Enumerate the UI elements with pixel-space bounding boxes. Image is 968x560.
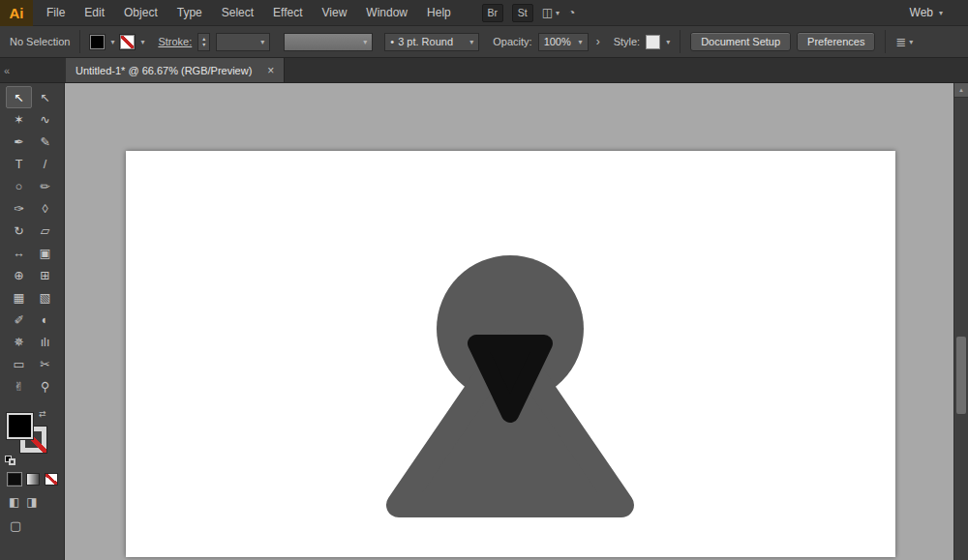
shaper-tool[interactable]: ✑ (6, 197, 32, 220)
eraser-tool[interactable]: ◊ (32, 197, 58, 220)
variable-width-profile-dropdown[interactable]: ▾ (284, 33, 373, 51)
toolbar-collapse-zone: « (0, 58, 66, 82)
divider (79, 30, 80, 53)
type-tool[interactable]: T (6, 153, 32, 175)
document-tab-bar: « Untitled-1* @ 66.67% (RGB/Preview) × (0, 58, 968, 83)
zoom-tool[interactable]: ⚲ (32, 375, 58, 398)
opacity-dropdown[interactable]: 100% ▾ (538, 33, 589, 51)
style-caret-icon[interactable]: ▾ (666, 38, 670, 46)
document-setup-button[interactable]: Document Setup (690, 32, 791, 51)
brush-definition-dropdown[interactable]: • 3 pt. Round ▾ (384, 33, 479, 51)
width-tool[interactable]: ↔ (6, 242, 32, 264)
artboard[interactable] (126, 151, 895, 557)
rotate-tool[interactable]: ↻ (6, 220, 32, 242)
brush-definition-value: 3 pt. Round (398, 36, 453, 47)
document-tab[interactable]: Untitled-1* @ 66.67% (RGB/Preview) × (66, 58, 285, 82)
scrollbar-thumb[interactable] (956, 337, 966, 414)
opacity-label: Opacity: (493, 36, 531, 47)
lasso-tool[interactable]: ∿ (32, 108, 58, 131)
stroke-panel-link[interactable]: Stroke: (158, 36, 192, 47)
draw-normal-icon[interactable]: ◧ (9, 495, 19, 509)
curvature-tool[interactable]: ✎ (32, 131, 58, 153)
align-control[interactable]: ≣ ▾ (895, 35, 913, 49)
menu-bar: Ai FileEditObjectTypeSelectEffectViewWin… (0, 0, 968, 26)
selection-tool[interactable]: ↖ (6, 86, 32, 108)
gradient-tool[interactable]: ▧ (32, 286, 58, 309)
align-icon: ≣ (895, 35, 906, 49)
collapse-panel-icon[interactable]: « (4, 65, 10, 76)
hand-tool[interactable]: ✌ (6, 375, 32, 398)
blend-tool[interactable]: ◐ (32, 309, 58, 331)
mesh-tool[interactable]: ▦ (6, 286, 32, 309)
tool-grid: ↖↖✶∿✒✎T/○✏✑◊↻▱↔▣⊕⊞▦▧✐◐✵ılı▭✂✌⚲ (6, 86, 58, 398)
menu-help[interactable]: Help (417, 0, 461, 26)
symbol-sprayer-tool[interactable]: ✵ (6, 331, 32, 353)
shape-tool[interactable]: ○ (6, 175, 32, 197)
workspace-switcher[interactable]: Web ▾ (910, 6, 943, 19)
menu-file[interactable]: File (37, 0, 75, 26)
artwork-svg (126, 151, 895, 557)
direct-selection-tool[interactable]: ↖ (32, 86, 58, 108)
style-label: Style: (614, 36, 641, 47)
perspective-grid-tool[interactable]: ⊞ (32, 264, 58, 286)
slice-tool[interactable]: ✂ (32, 353, 58, 375)
preferences-button[interactable]: Preferences (797, 32, 875, 51)
brush-dot-icon: • (390, 36, 394, 47)
pen-tool[interactable]: ✒ (6, 131, 32, 153)
close-icon[interactable]: × (267, 64, 274, 77)
app-logo[interactable]: Ai (0, 0, 33, 26)
opacity-value: 100% (544, 36, 571, 47)
menu-window[interactable]: Window (356, 0, 417, 26)
default-fill-stroke-icon[interactable] (5, 456, 16, 465)
scale-tool[interactable]: ▱ (32, 220, 58, 242)
chevron-down-icon: ▾ (579, 38, 583, 46)
menu-type[interactable]: Type (167, 0, 212, 26)
opacity-panel-chevron-icon[interactable]: › (596, 35, 600, 48)
chevron-down-icon: ▾ (260, 38, 264, 46)
arrange-documents-control[interactable]: ◫ ▾ (542, 6, 560, 19)
stroke-weight-stepper[interactable]: ▴ ▾ (197, 33, 210, 51)
chevron-down-icon: ▾ (469, 38, 473, 46)
graphic-style-swatch[interactable] (646, 35, 660, 49)
menu-object[interactable]: Object (114, 0, 167, 26)
paint-mode-buttons (8, 473, 58, 486)
document-tab-title: Untitled-1* @ 66.67% (RGB/Preview) (76, 65, 252, 76)
menu-view[interactable]: View (313, 0, 357, 26)
menu-edit[interactable]: Edit (75, 0, 114, 26)
artboard-tool[interactable]: ▭ (6, 353, 32, 375)
app-extras-control[interactable]: ◔ (568, 6, 575, 19)
stepper-down-icon[interactable]: ▾ (202, 42, 205, 47)
scroll-up-button[interactable]: ▲ (954, 83, 968, 98)
screen-mode-icon[interactable]: ▢ (10, 518, 21, 533)
stroke-caret-icon[interactable]: ▾ (140, 38, 144, 46)
menu-effect[interactable]: Effect (263, 0, 312, 26)
divider (885, 30, 886, 53)
drawing-mode-buttons: ◧ ◨ (9, 495, 38, 509)
chevron-down-icon: ▾ (939, 9, 943, 17)
stroke-color-swatch[interactable] (120, 35, 135, 49)
gradient-mode-button[interactable] (26, 473, 40, 486)
swap-fill-stroke-icon[interactable]: ⇄ (39, 409, 46, 419)
brush-panel-badge[interactable]: Br (482, 4, 503, 22)
magic-wand-tool[interactable]: ✶ (6, 108, 32, 131)
style-panel-badge[interactable]: St (512, 4, 533, 22)
chevron-down-icon: ▾ (909, 38, 913, 46)
fill-swatch[interactable] (7, 413, 33, 439)
menu-select[interactable]: Select (212, 0, 263, 26)
content-area: ↖↖✶∿✒✎T/○✏✑◊↻▱↔▣⊕⊞▦▧✐◐✵ılı▭✂✌⚲ ⇄ ◧ ◨ ▢ (0, 83, 968, 560)
none-mode-button[interactable] (45, 473, 58, 486)
arc-icon: ◔ (568, 6, 575, 19)
stroke-weight-dropdown[interactable]: ▾ (216, 33, 270, 51)
shape-builder-tool[interactable]: ⊕ (6, 264, 32, 286)
fill-color-swatch[interactable] (90, 35, 105, 49)
line-segment-tool[interactable]: / (32, 153, 58, 175)
fill-caret-icon[interactable]: ▾ (110, 38, 114, 46)
tools-panel: ↖↖✶∿✒✎T/○✏✑◊↻▱↔▣⊕⊞▦▧✐◐✵ılı▭✂✌⚲ ⇄ ◧ ◨ ▢ (0, 83, 65, 560)
vertical-scrollbar[interactable]: ▲ (953, 83, 968, 560)
paintbrush-tool[interactable]: ✏ (32, 175, 58, 197)
color-mode-button[interactable] (8, 473, 21, 486)
draw-behind-icon[interactable]: ◨ (26, 495, 37, 509)
eyedropper-tool[interactable]: ✐ (6, 309, 32, 331)
free-transform-tool[interactable]: ▣ (32, 242, 58, 264)
column-graph-tool[interactable]: ılı (32, 331, 58, 353)
